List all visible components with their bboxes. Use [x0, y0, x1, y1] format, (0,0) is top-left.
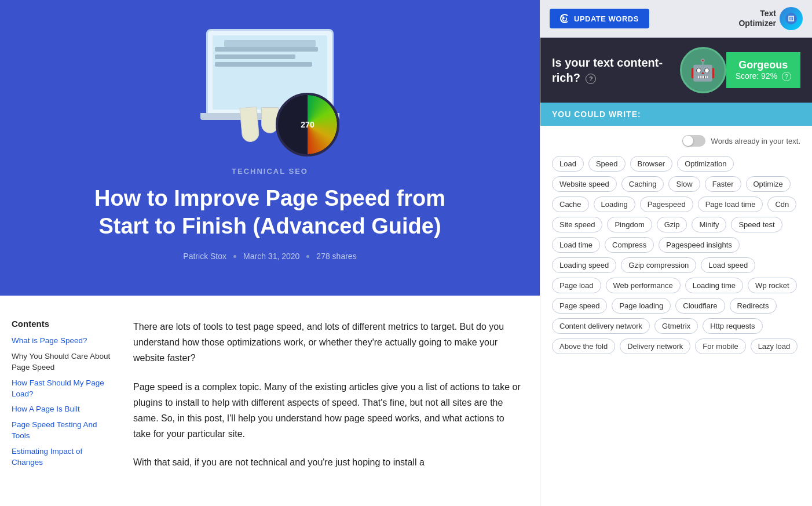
hero-category: TECHNICAL SEO: [67, 167, 473, 176]
word-tag[interactable]: Speed test: [731, 217, 782, 232]
word-tag[interactable]: Pagespeed: [640, 196, 693, 212]
score-question: Is your text content-rich? ?: [552, 55, 680, 85]
word-tag[interactable]: Slow: [668, 176, 700, 192]
word-tag[interactable]: Gzip: [657, 217, 687, 232]
word-tag[interactable]: Pingdom: [607, 217, 652, 232]
svg-point-0: [785, 13, 797, 24]
word-tag[interactable]: Gtmetrix: [654, 318, 698, 334]
word-tag[interactable]: Cloudflare: [675, 298, 725, 314]
hero-date: March 31, 2020: [243, 252, 299, 261]
score-value-help-icon[interactable]: ?: [782, 72, 791, 81]
word-tag[interactable]: Gzip compression: [621, 257, 696, 273]
word-tag[interactable]: Loading speed: [552, 257, 616, 273]
word-tag[interactable]: Web performance: [606, 278, 681, 293]
update-words-label: UPDATE WORDS: [574, 14, 639, 23]
screen-line-1: [215, 47, 318, 52]
word-tag[interactable]: Cache: [552, 196, 589, 212]
word-tag[interactable]: Content delivery network: [552, 318, 650, 334]
score-question-block: Is your text content-rich? ?: [552, 55, 680, 85]
hero-illustration: 270: [171, 12, 368, 162]
score-label: Gorgeous: [736, 59, 791, 71]
article-text: There are lots of tools to test page spe…: [127, 319, 540, 483]
score-value: Score: 92% ?: [736, 71, 791, 81]
toc-item-6[interactable]: Estimating Impact of Changes: [12, 446, 116, 468]
word-tags-container: LoadSpeedBrowserOptimizationWebsite spee…: [552, 156, 800, 354]
article-para-2: Page speed is a complex topic. Many of t…: [133, 379, 522, 442]
toc-item-2: Why You Should Care About Page Speed: [12, 351, 116, 373]
score-section: Is your text content-rich? ? 🤖 Gorgeous …: [540, 38, 812, 103]
hero-shares: 278 shares: [316, 252, 356, 261]
toc-item-1[interactable]: What is Page Speed?: [12, 336, 116, 347]
update-words-button[interactable]: ↻ UPDATE WORDS: [550, 9, 649, 28]
words-toggle[interactable]: [682, 135, 705, 147]
score-question-help-icon[interactable]: ?: [586, 74, 596, 84]
word-tag[interactable]: Pagespeed insights: [659, 237, 739, 253]
word-tag[interactable]: Speed: [588, 156, 626, 172]
hero-meta: Patrick Stox March 31, 2020 278 shares: [67, 252, 473, 261]
word-tag[interactable]: Redirects: [730, 298, 777, 314]
word-tag[interactable]: Page loading: [612, 298, 671, 314]
article-body: Contents What is Page Speed? Why You Sho…: [0, 296, 540, 506]
word-tag[interactable]: Page load time: [698, 196, 763, 212]
word-tag[interactable]: Load: [552, 156, 584, 172]
word-tag[interactable]: Page speed: [552, 298, 607, 314]
table-of-contents: Contents What is Page Speed? Why You Sho…: [0, 319, 127, 483]
word-tag[interactable]: Loading: [594, 196, 635, 212]
word-tag[interactable]: Page load: [552, 278, 601, 293]
word-tag[interactable]: Faster: [705, 176, 741, 192]
word-tag[interactable]: Website speed: [552, 176, 617, 192]
word-tag[interactable]: Above the fold: [552, 338, 615, 354]
score-result-block: Gorgeous Score: 92% ?: [726, 52, 800, 88]
speed-number: 270: [301, 120, 314, 129]
word-tag[interactable]: For mobile: [695, 338, 745, 354]
toc-item-4[interactable]: How A Page Is Built: [12, 404, 116, 415]
word-tag[interactable]: Http requests: [703, 318, 762, 334]
word-tag[interactable]: Site speed: [552, 217, 602, 232]
word-tag[interactable]: Wp rocket: [748, 278, 797, 293]
article-para-1: There are lots of tools to test page spe…: [133, 319, 522, 366]
screen-line-3: [215, 62, 312, 67]
word-tag[interactable]: Lazy load: [751, 338, 798, 354]
hero-meta-dot-1: [233, 255, 236, 258]
hero-title: How to Improve Page Speed from Start to …: [67, 185, 473, 240]
word-tag[interactable]: Optimize: [746, 176, 791, 192]
word-tag[interactable]: Optimization: [677, 156, 734, 172]
text-optimizer-logo: TextOptimizer: [738, 7, 803, 30]
toc-item-5[interactable]: Page Speed Testing And Tools: [12, 420, 116, 442]
article-para-3: With that said, if you are not technical…: [133, 454, 522, 470]
word-tag[interactable]: Cdn: [767, 196, 796, 212]
word-tag[interactable]: Browser: [630, 156, 673, 172]
roll-1: [239, 107, 259, 143]
speed-circle: 270: [276, 93, 339, 156]
refresh-icon: ↻: [560, 14, 569, 23]
logo-icon: [780, 7, 803, 30]
words-toggle-label: Words already in your text.: [711, 137, 800, 145]
main-content: 270 TECHNICAL SEO How to Improve Page Sp…: [0, 0, 540, 506]
hero-author: Patrick Stox: [183, 252, 226, 261]
words-panel: Words already in your text. LoadSpeedBro…: [540, 126, 812, 506]
screen-line-2: [215, 54, 295, 59]
screen-bar-1: [224, 40, 316, 47]
hero-section: 270 TECHNICAL SEO How to Improve Page Sp…: [0, 0, 540, 296]
words-toggle-row: Words already in your text.: [552, 135, 800, 147]
word-tag[interactable]: Loading time: [685, 278, 743, 293]
toc-title: Contents: [12, 319, 116, 329]
you-could-write-header: YOU COULD WRITE:: [540, 103, 812, 126]
right-sidebar: ↻ UPDATE WORDS TextOptimizer Is your tex…: [540, 0, 812, 506]
hero-text-block: TECHNICAL SEO How to Improve Page Speed …: [44, 167, 496, 261]
word-tag[interactable]: Compress: [605, 237, 654, 253]
word-tag[interactable]: Load speed: [701, 257, 755, 273]
toggle-thumb: [683, 136, 693, 146]
hero-meta-dot-2: [306, 255, 309, 258]
word-tag[interactable]: Delivery network: [620, 338, 690, 354]
logo-text: TextOptimizer: [738, 9, 776, 28]
score-avatar: 🤖: [680, 47, 726, 93]
speedometer: 270: [276, 93, 339, 156]
word-tag[interactable]: Caching: [621, 176, 664, 192]
toc-item-3[interactable]: How Fast Should My Page Load?: [12, 378, 116, 400]
word-tag[interactable]: Minify: [692, 217, 726, 232]
word-tag[interactable]: Load time: [552, 237, 600, 253]
sidebar-topbar: ↻ UPDATE WORDS TextOptimizer: [540, 0, 812, 38]
